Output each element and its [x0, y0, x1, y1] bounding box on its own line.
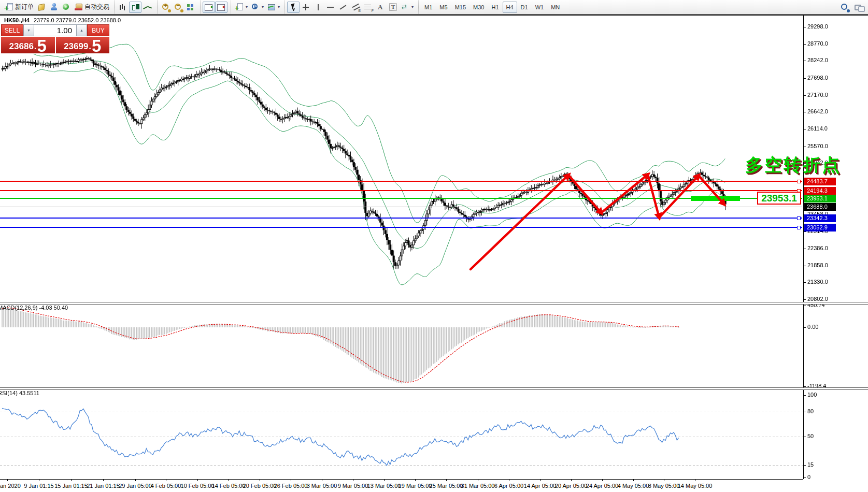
price-callout-23953[interactable]: 23953.1	[757, 192, 801, 205]
ea-label: 自动交易	[84, 3, 109, 11]
dropdown-caret-icon[interactable]: ▾	[246, 5, 248, 9]
y-axis-tickmark	[804, 78, 806, 79]
dropdown-caret-icon[interactable]: ▾	[278, 5, 280, 9]
price-axis-label-23052.9[interactable]: 23052.9	[804, 224, 836, 231]
y-axis-tickmark	[804, 129, 806, 129]
time-axis[interactable]: an 20209 Jan 01:1515 Jan 01:1521 Jan 01:…	[0, 479, 803, 492]
y-axis-tick-label: 15	[807, 461, 814, 468]
indicators-button[interactable]: ▾	[233, 2, 249, 13]
y-axis-tickmark	[804, 306, 806, 306]
y-axis-tickmark	[804, 95, 806, 96]
x-axis-label: an 2020	[0, 483, 21, 489]
hline-23688.0[interactable]	[0, 207, 802, 207]
autoscroll-button[interactable]	[203, 2, 215, 13]
hline-24194.3[interactable]	[0, 190, 802, 191]
gold-button[interactable]	[35, 2, 48, 13]
price-chart-canvas[interactable]	[0, 15, 803, 302]
timeframe-m15-button[interactable]: M15	[451, 2, 469, 13]
hline-handle-23342.3[interactable]	[797, 216, 801, 220]
text-icon	[376, 3, 385, 11]
tiles-button[interactable]	[184, 2, 197, 13]
zoom-in-button[interactable]	[160, 2, 172, 13]
volume-input[interactable]: 1.00	[34, 24, 76, 36]
x-axis-label: 4 Feb 05:00	[151, 483, 181, 489]
x-axis-label: 24 Apr 05:00	[586, 483, 618, 489]
vline-button[interactable]	[312, 2, 324, 13]
cursor-button[interactable]	[287, 2, 300, 13]
timeframe-h1-button[interactable]: H1	[488, 2, 502, 13]
search-icon[interactable]	[840, 3, 849, 11]
x-axis-tickmark	[39, 480, 39, 481]
autoscroll-icon	[204, 3, 214, 11]
price-axis-label-23953.1[interactable]: 23953.1	[804, 195, 836, 202]
y-axis-tickmark	[804, 282, 806, 283]
y-axis-tickmark	[804, 266, 806, 266]
y-axis-tickmark	[804, 465, 806, 466]
x-axis-tickmark	[229, 480, 229, 481]
linechart-button[interactable]	[141, 2, 154, 13]
buy-button[interactable]: BUY	[87, 24, 109, 36]
timeframe-h4-button[interactable]: H4	[503, 2, 517, 13]
x-axis-tickmark	[571, 480, 572, 481]
price-axis-label-23342.3[interactable]: 23342.3	[804, 214, 836, 222]
timeframe-mn-button[interactable]: MN	[547, 2, 563, 13]
arrows-button[interactable]: ▾	[399, 2, 415, 13]
periods-button[interactable]: ▾	[249, 2, 265, 13]
timeframe-d1-button[interactable]: D1	[517, 2, 532, 13]
signals-button[interactable]	[60, 2, 73, 13]
y-axis-tick-label: 27170.0	[807, 92, 828, 98]
chart-shift-button[interactable]	[215, 2, 227, 13]
price-macd-splitter[interactable]	[0, 302, 868, 305]
trendline-button[interactable]	[337, 2, 349, 13]
macd-rsi-splitter[interactable]	[0, 387, 868, 390]
volume-increase-button[interactable]: ▲	[76, 24, 87, 36]
channel-button[interactable]	[349, 2, 362, 13]
timeframe-w1-button[interactable]: W1	[532, 2, 548, 13]
timeframe-m1-button[interactable]: M1	[421, 2, 436, 13]
macd-pane-canvas[interactable]	[0, 303, 803, 387]
y-axis-tick-label: 29298.0	[807, 23, 828, 30]
hline-23953.1[interactable]	[0, 198, 802, 199]
x-axis-label: 6 Apr 05:00	[494, 483, 523, 489]
hline-handle-24483.7[interactable]	[797, 180, 801, 183]
bull-bear-turning-point-annotation[interactable]: 多空转折点	[745, 153, 841, 177]
crosshair-button[interactable]	[300, 2, 312, 13]
hline-handle-23052.9[interactable]	[797, 226, 801, 229]
x-axis-label: 10 Feb 05:00	[181, 483, 215, 489]
dropdown-caret-icon[interactable]: ▾	[262, 5, 264, 9]
hline-23342.3[interactable]	[0, 218, 802, 219]
chat-icon[interactable]	[855, 3, 864, 11]
linechart-icon	[143, 3, 152, 11]
bars-button[interactable]	[117, 2, 129, 13]
rsi-pane-canvas[interactable]	[0, 389, 803, 479]
timeframe-m30-button[interactable]: M30	[469, 2, 488, 13]
hline-button[interactable]	[324, 2, 337, 13]
y-axis-tick-label: 26114.0	[807, 125, 828, 132]
price-axis-label-24194.3[interactable]: 24194.3	[804, 187, 836, 195]
text-label-button[interactable]	[387, 2, 399, 13]
fibonacci-button[interactable]	[362, 2, 374, 13]
templates-button[interactable]: ▾	[265, 2, 281, 13]
sell-button[interactable]: SELL	[1, 24, 23, 36]
x-axis-tickmark	[197, 480, 198, 481]
x-axis-tickmark	[71, 480, 72, 481]
new-order-button[interactable]: 新订单	[3, 2, 35, 13]
dropdown-caret-icon[interactable]: ▾	[411, 5, 414, 9]
price-axis[interactable]: 29298.028770.028242.027698.027170.026642…	[803, 16, 868, 479]
workspace-button[interactable]	[48, 2, 60, 13]
toolbar-right-tools	[840, 3, 868, 11]
hline-23052.9[interactable]	[0, 227, 802, 228]
tiles-icon	[186, 3, 195, 11]
price-axis-label-24483.7[interactable]: 24483.7	[804, 178, 836, 185]
x-axis-tickmark	[540, 480, 540, 481]
candles-button[interactable]	[129, 2, 141, 13]
hline-24483.7[interactable]	[0, 181, 802, 182]
zoom-out-icon	[174, 3, 183, 11]
price-axis-label-23688.0[interactable]: 23688.0	[804, 203, 836, 211]
timeframe-m5-button[interactable]: M5	[436, 2, 451, 13]
text-button[interactable]	[374, 2, 387, 13]
volume-decrease-button[interactable]: ▼	[23, 24, 34, 36]
highlight-bar-object[interactable]	[691, 196, 740, 201]
zoom-out-button[interactable]	[172, 2, 184, 13]
ea-button[interactable]: 自动交易	[73, 2, 111, 13]
